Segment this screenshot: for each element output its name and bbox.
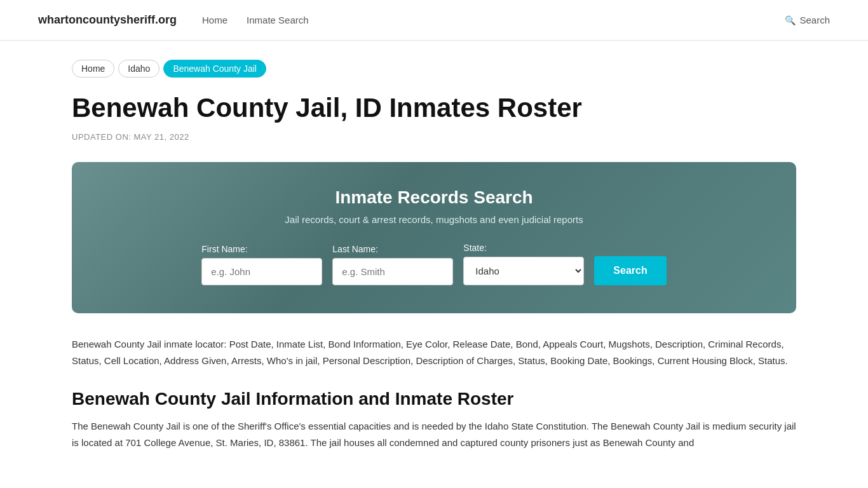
last-name-input[interactable]: [332, 258, 453, 285]
breadcrumbs: Home Idaho Benewah County Jail: [72, 60, 796, 78]
state-group: State: Idaho Alabama Alaska Arizona Arka…: [463, 243, 584, 285]
inmate-records-search-box: Inmate Records Search Jail records, cour…: [72, 162, 796, 313]
nav-brand[interactable]: whartoncountysheriff.org: [38, 13, 177, 27]
nav-search-label: Search: [799, 15, 830, 25]
navigation: whartoncountysheriff.org Home Inmate Sea…: [0, 0, 868, 41]
last-name-label: Last Name:: [332, 244, 378, 254]
description-text: Benewah County Jail inmate locator: Post…: [72, 336, 796, 369]
nav-links: Home Inmate Search: [202, 15, 785, 25]
search-box-title: Inmate Records Search: [104, 187, 764, 208]
breadcrumb-benewah[interactable]: Benewah County Jail: [163, 60, 266, 78]
search-box-subtitle: Jail records, court & arrest records, mu…: [104, 214, 764, 225]
nav-link-home[interactable]: Home: [202, 15, 227, 25]
first-name-label: First Name:: [201, 244, 247, 254]
state-select[interactable]: Idaho Alabama Alaska Arizona Arkansas Ca…: [463, 257, 584, 285]
last-name-group: Last Name:: [332, 244, 453, 285]
updated-on: UPDATED ON: MAY 21, 2022: [72, 132, 796, 142]
first-name-input[interactable]: [201, 258, 322, 285]
search-button[interactable]: Search: [594, 256, 666, 285]
first-name-group: First Name:: [201, 244, 322, 285]
page-title: Benewah County Jail, ID Inmates Roster: [72, 93, 796, 123]
search-icon: 🔍: [785, 15, 796, 25]
nav-link-inmate-search[interactable]: Inmate Search: [247, 15, 309, 25]
section-text: The Benewah County Jail is one of the Sh…: [72, 418, 796, 451]
main-container: Home Idaho Benewah County Jail Benewah C…: [34, 41, 834, 476]
breadcrumb-idaho[interactable]: Idaho: [118, 60, 159, 78]
section-heading: Benewah County Jail Information and Inma…: [72, 389, 796, 409]
nav-search[interactable]: 🔍 Search: [785, 15, 830, 25]
search-form: First Name: Last Name: State: Idaho Alab…: [104, 243, 764, 285]
state-label: State:: [463, 243, 487, 253]
breadcrumb-home[interactable]: Home: [72, 60, 114, 78]
